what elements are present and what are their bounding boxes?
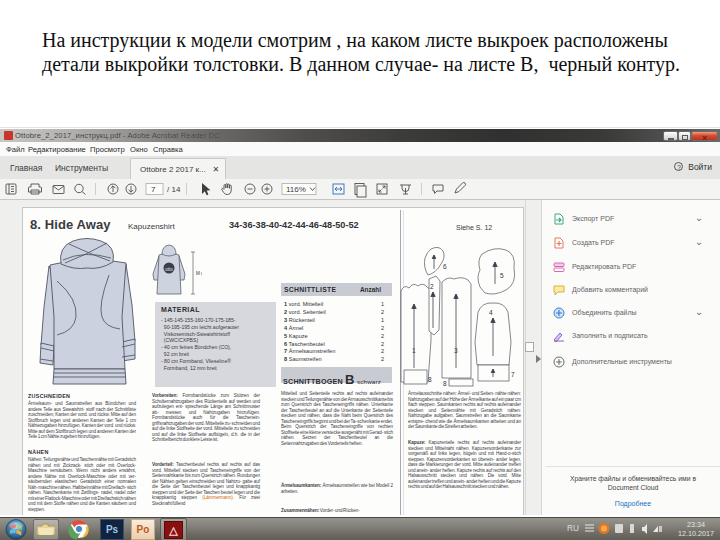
- svg-text:/ 14: / 14: [167, 185, 181, 194]
- svg-text:8: 8: [443, 380, 447, 387]
- svg-text:7: 7: [151, 185, 156, 194]
- svg-text:otto: otto: [165, 267, 173, 272]
- svg-text:3: 3: [454, 347, 458, 354]
- svg-text:5: 5: [500, 272, 504, 279]
- svg-text:6: 6: [443, 263, 447, 270]
- svg-text:116%: 116%: [286, 185, 306, 194]
- svg-text:2: 2: [430, 283, 434, 290]
- svg-text:8: 8: [428, 376, 432, 383]
- svg-text:7: 7: [511, 371, 515, 378]
- svg-text:1: 1: [412, 347, 416, 354]
- svg-text:4: 4: [489, 309, 493, 316]
- svg-text:M cm: M cm: [196, 271, 202, 276]
